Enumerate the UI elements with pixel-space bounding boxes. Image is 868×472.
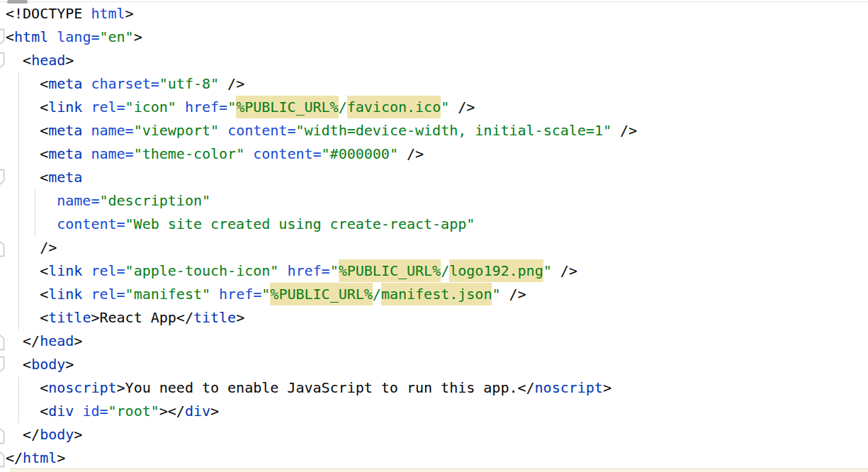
code-token: [82, 99, 91, 116]
code-token: "utf-8": [159, 75, 219, 92]
code-token: "description": [99, 192, 210, 209]
code-token: [74, 403, 82, 420]
code-token: href=: [219, 286, 261, 303]
code-token: <: [6, 99, 48, 116]
code-token: [82, 286, 91, 303]
code-line[interactable]: <head>: [0, 49, 868, 72]
fold-region-end-marker[interactable]: [0, 240, 6, 260]
fold-region-end-marker[interactable]: [0, 333, 6, 354]
code-token: "en": [99, 28, 133, 45]
code-token: html: [91, 5, 125, 22]
code-line[interactable]: <meta charset="utf-8" />: [0, 72, 868, 96]
code-token: "#000000": [322, 145, 398, 162]
code-token: <: [6, 309, 48, 326]
code-line[interactable]: <body>: [0, 353, 868, 376]
code-line[interactable]: <noscript>You need to enable JavaScript …: [0, 376, 868, 400]
fold-bracket-icon: [0, 450, 6, 468]
template-placeholder-token: manifest.json: [381, 283, 492, 305]
code-line[interactable]: />: [0, 236, 868, 259]
bottom-panel-edge: [10, 468, 868, 472]
fold-region-start-marker[interactable]: [0, 52, 6, 72]
code-line[interactable]: <meta name="viewport" content="width=dev…: [0, 119, 868, 142]
code-token: <: [6, 28, 14, 45]
template-placeholder-token: %PUBLIC_URL%: [270, 283, 373, 305]
code-line[interactable]: </head>: [0, 330, 868, 353]
code-token: meta: [48, 145, 82, 162]
code-token: <: [6, 262, 48, 279]
code-token: /: [441, 262, 449, 279]
code-token: rel=: [91, 262, 125, 279]
code-token: "icon": [125, 99, 176, 116]
code-token: id=: [82, 403, 108, 420]
code-token: [82, 75, 91, 92]
code-token: meta: [48, 75, 82, 92]
code-line[interactable]: name="description": [0, 189, 868, 213]
indent-guide: [18, 72, 19, 330]
code-token: link: [48, 262, 82, 279]
fold-region-end-marker[interactable]: [0, 450, 6, 471]
code-token: "manifest": [125, 286, 210, 303]
code-token: [219, 122, 227, 139]
code-token: title: [48, 309, 91, 326]
fold-region-start-marker[interactable]: [0, 169, 6, 189]
code-line[interactable]: </html>: [0, 446, 868, 470]
code-token: "Web site created using create-react-app…: [125, 215, 475, 232]
code-line[interactable]: <link rel="apple-touch-icon" href="%PUBL…: [0, 259, 868, 283]
code-line[interactable]: <div id="root"></div>: [0, 400, 868, 423]
code-token: link: [48, 286, 82, 303]
code-token: body: [40, 426, 74, 443]
code-line[interactable]: <link rel="manifest" href="%PUBLIC_URL%/…: [0, 283, 868, 306]
code-line[interactable]: </body>: [0, 423, 868, 446]
code-token: [244, 145, 253, 162]
code-token: <: [6, 403, 48, 420]
code-token: [82, 262, 91, 279]
code-token: "width=device-width, initial-scale=1": [295, 122, 611, 139]
fold-region-start-marker[interactable]: [0, 356, 6, 376]
code-token: />: [611, 122, 637, 139]
code-token: [6, 192, 57, 209]
code-token: <: [6, 286, 48, 303]
code-token: [82, 122, 91, 139]
code-token: lang=: [57, 28, 99, 45]
fold-region-end-marker[interactable]: [0, 427, 6, 447]
code-token: ": [227, 99, 236, 116]
code-line[interactable]: content="Web site created using create-r…: [0, 213, 868, 236]
code-token: name=: [91, 122, 133, 139]
fold-region-start-marker[interactable]: [0, 28, 6, 49]
code-token: charset=: [91, 75, 159, 92]
code-token: <: [6, 379, 48, 396]
code-line[interactable]: <meta: [0, 166, 868, 189]
code-line[interactable]: <!DOCTYPE html>: [0, 2, 868, 26]
code-token: meta: [48, 169, 82, 186]
code-text-area: <!DOCTYPE html><html lang="en"> <head> <…: [0, 2, 868, 470]
code-line[interactable]: <link rel="icon" href="%PUBLIC_URL%/favi…: [0, 96, 868, 119]
code-token: />: [500, 286, 526, 303]
code-token: "apple-touch-icon": [125, 262, 279, 279]
indent-guide: [35, 189, 35, 236]
template-placeholder-token: %PUBLIC_URL%: [236, 96, 339, 118]
template-placeholder-token: %PUBLIC_URL%: [339, 259, 441, 282]
code-token: link: [48, 99, 82, 116]
code-token: "viewport": [134, 122, 219, 139]
code-token: html: [23, 449, 57, 466]
code-token: content=: [57, 215, 125, 232]
code-token: [176, 99, 185, 116]
code-token: />: [219, 75, 244, 92]
code-token: ": [543, 262, 552, 279]
code-line[interactable]: <meta name="theme-color" content="#00000…: [0, 142, 868, 166]
code-token: "theme-color": [134, 145, 245, 162]
code-token: >: [74, 426, 82, 443]
fold-bracket-icon: [0, 240, 6, 257]
code-token: >: [236, 309, 244, 326]
code-token: <: [6, 122, 48, 139]
code-token: </: [6, 426, 40, 443]
fold-bracket-icon: [0, 28, 6, 46]
code-line[interactable]: <html lang="en">: [0, 26, 868, 49]
code-token: <: [6, 75, 48, 92]
code-token: div: [48, 403, 74, 420]
code-token: <!DOCTYPE: [6, 5, 91, 22]
code-token: /: [373, 286, 381, 303]
code-line[interactable]: <title>React App</title>: [0, 306, 868, 330]
code-token: [6, 215, 57, 232]
code-token: >: [65, 52, 74, 69]
